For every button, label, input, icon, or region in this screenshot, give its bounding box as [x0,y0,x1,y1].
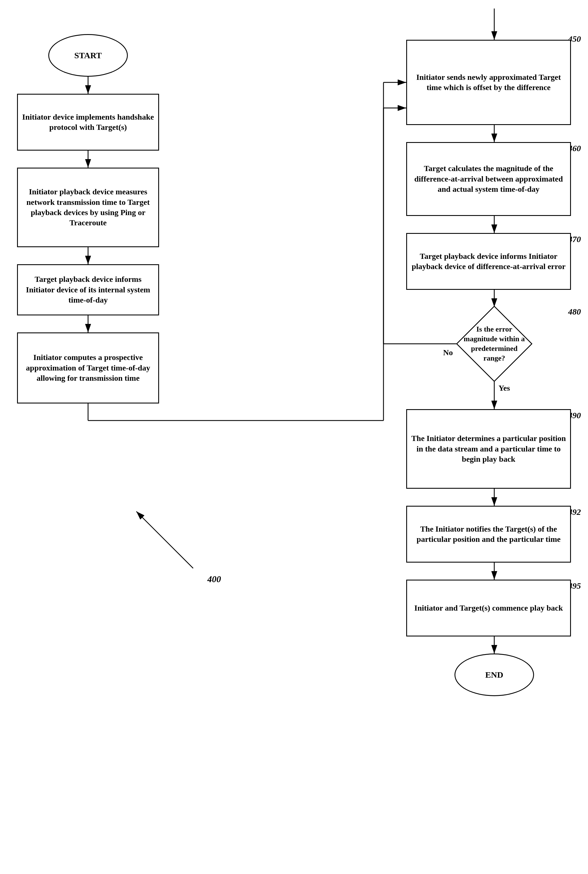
box-490: The Initiator determines a particular po… [406,409,571,489]
box-410: Initiator device implements handshake pr… [17,94,159,150]
box-430: Target playback device informs Initiator… [17,264,159,315]
box-492: The Initiator notifies the Target(s) of … [406,506,571,563]
diamond-480-text: Is the error magnitude within a predeter… [458,321,531,366]
diagram-label: 400 [207,574,221,584]
step-label-480: 480 [568,307,581,317]
svg-line-20 [136,511,193,568]
start-label: START [74,51,102,60]
box-440: Initiator computes a prospective approxi… [17,332,159,404]
box-420: Initiator playback device measures netwo… [17,168,159,247]
box-450: Initiator sends newly approximated Targe… [406,40,571,125]
diagram-container: START 410 Initiator device implements ha… [0,0,588,874]
start-node: START [48,34,128,77]
yes-label: Yes [498,384,510,393]
diamond-480: Is the error magnitude within a predeter… [458,307,531,381]
no-label: No [443,348,453,357]
end-node: END [454,653,534,696]
box-460: Target calculates the magnitude of the d… [406,142,571,216]
box-495: Initiator and Target(s) commence play ba… [406,580,571,637]
box-470: Target playback device informs Initiator… [406,233,571,290]
